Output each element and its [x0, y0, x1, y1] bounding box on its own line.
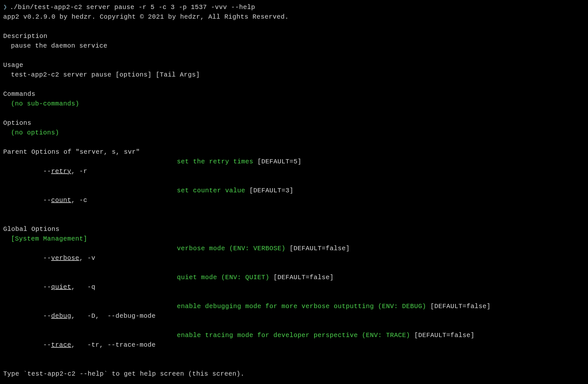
flag-name: verbose	[51, 254, 79, 262]
flag-desc: set the retry times	[177, 158, 253, 165]
options-section: Options (no options)	[3, 118, 585, 138]
flag-prefix: --	[43, 197, 51, 204]
flag-default: [DEFAULT=false]	[273, 274, 334, 281]
flag-desc: verbose mode (ENV: VERBOSE)	[177, 245, 286, 252]
flag-suffix: , -tr, --trace-mode	[71, 341, 156, 349]
option-row: --retry, -r set the retry times [DEFAULT…	[3, 157, 585, 186]
usage-title: Usage	[3, 60, 585, 70]
flag-desc: enable debugging mode for more verbose o…	[177, 303, 426, 310]
global-options-group: [System Management]	[3, 234, 585, 244]
flag-default: [DEFAULT=false]	[430, 303, 491, 310]
options-text: (no options)	[3, 128, 585, 138]
command-text: ./bin/test-app2-c2 server pause -r 5 -c …	[10, 3, 255, 12]
commands-section: Commands (no sub-commands)	[3, 89, 585, 109]
prompt-line[interactable]: ❯ ./bin/test-app2-c2 server pause -r 5 -…	[3, 3, 585, 12]
flag-name: trace	[51, 341, 71, 349]
flag-name: debug	[51, 312, 71, 320]
terminal-output: ❯ ./bin/test-app2-c2 server pause -r 5 -…	[3, 3, 585, 379]
flag-prefix: --	[43, 283, 51, 291]
option-row: --verbose, -v verbose mode (ENV: VERBOSE…	[3, 244, 585, 273]
flag-default: [DEFAULT=false]	[414, 332, 475, 339]
option-row: --quiet, -q quiet mode (ENV: QUIET) [DEF…	[3, 273, 585, 302]
usage-section: Usage test-app2-c2 server pause [options…	[3, 60, 585, 80]
flag-suffix: , -r	[71, 168, 87, 175]
option-row: --debug, -D, --debug-mode enable debuggi…	[3, 302, 585, 331]
flag-desc: quiet mode (ENV: QUIET)	[177, 274, 270, 281]
option-row: --trace, -tr, --trace-mode enable tracin…	[3, 331, 585, 360]
flag-suffix: , -v	[79, 254, 96, 262]
parent-options-section: Parent Options of "server, s, svr" --ret…	[3, 147, 585, 215]
flag-prefix: --	[43, 312, 51, 320]
flag-default: [DEFAULT=false]	[289, 245, 350, 252]
flag-name: quiet	[51, 283, 71, 291]
flag-suffix: , -q	[71, 283, 96, 291]
flag-desc: enable tracing mode for developer perspe…	[177, 332, 410, 339]
option-row: --count, -c set counter value [DEFAULT=3…	[3, 186, 585, 215]
flag-default: [DEFAULT=3]	[249, 187, 294, 194]
flag-desc: set counter value	[177, 187, 245, 194]
flag-name: retry	[51, 168, 71, 175]
description-section: Description pause the daemon service	[3, 32, 585, 51]
version-header: app2 v0.2.9.0 by hedzr. Copyright © 2021…	[3, 12, 585, 22]
flag-prefix: --	[43, 168, 51, 175]
flag-default: [DEFAULT=5]	[257, 158, 302, 165]
global-options-section: Global Options [System Management] --ver…	[3, 224, 585, 360]
commands-text: (no sub-commands)	[3, 99, 585, 109]
global-options-title: Global Options	[3, 224, 585, 234]
flag-name: count	[51, 197, 71, 204]
description-title: Description	[3, 32, 585, 41]
flag-prefix: --	[43, 254, 51, 262]
commands-title: Commands	[3, 89, 585, 99]
options-title: Options	[3, 118, 585, 128]
usage-text: test-app2-c2 server pause [options] [Tai…	[3, 70, 585, 80]
prompt-symbol: ❯	[3, 3, 7, 12]
flag-suffix: , -D, --debug-mode	[71, 312, 156, 320]
flag-prefix: --	[43, 341, 51, 349]
flag-suffix: , -c	[71, 197, 87, 204]
footer-help-hint: Type `test-app2-c2 --help` to get help s…	[3, 369, 585, 379]
description-text: pause the daemon service	[3, 41, 585, 51]
parent-options-title: Parent Options of "server, s, svr"	[3, 147, 585, 157]
